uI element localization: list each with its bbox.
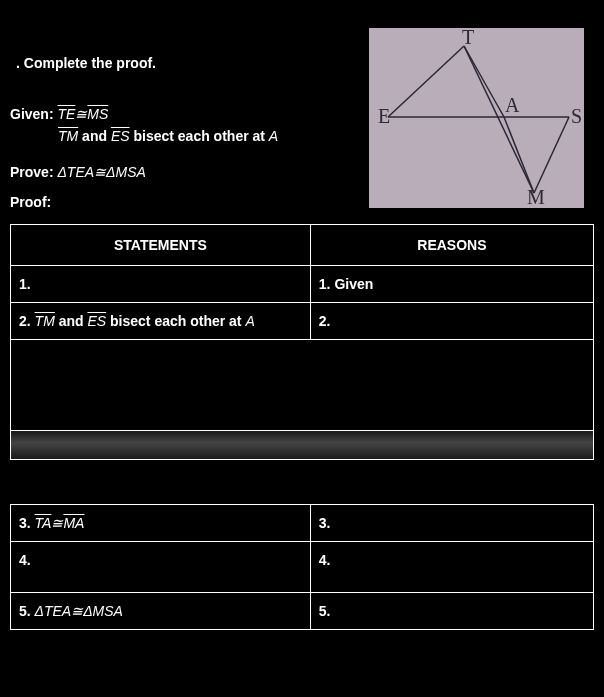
- and-text: and: [78, 128, 111, 144]
- reason-num-1: 1.: [319, 276, 331, 292]
- geometry-diagram: T E A S M: [369, 28, 584, 208]
- reason-num-4: 4.: [319, 552, 331, 568]
- stmt3-ta: TA: [35, 515, 52, 531]
- segment-es: ES: [111, 128, 130, 144]
- vertex-e: E: [378, 105, 390, 127]
- reason-num-5: 5.: [319, 603, 331, 619]
- reason-body-1: Given: [331, 276, 374, 292]
- table-row: 3. TA≅MA 3.: [11, 505, 594, 542]
- stmt-num-2: 2.: [19, 313, 35, 329]
- stmt-num-5: 5.: [19, 603, 35, 619]
- svg-line-1: [388, 46, 464, 117]
- stmt5-sym: ≅: [71, 603, 83, 619]
- page-gap-2: [11, 460, 594, 505]
- congruent-symbol-2: ≅: [94, 164, 106, 180]
- stmt3-ma: MA: [63, 515, 84, 531]
- prove-line: Prove: ΔTEA≅ΔMSA: [10, 164, 369, 180]
- segment-tm: TM: [58, 128, 78, 144]
- triangle-tea: ΔTEA: [57, 164, 94, 180]
- header-reasons: REASONS: [310, 225, 593, 266]
- given-block: Given: TE≅MS TM and ES bisect each other…: [10, 106, 369, 144]
- vertex-m: M: [527, 186, 545, 208]
- stmt2-tm: TM: [35, 313, 55, 329]
- svg-line-4: [534, 117, 569, 193]
- instruction-inner: Complete the proof.: [24, 55, 156, 71]
- stmt2-a: A: [245, 313, 254, 329]
- svg-line-2: [464, 46, 504, 117]
- proof-table: STATEMENTS REASONS 1. 1. Given 2. TM and…: [10, 224, 594, 630]
- reason-num-2: 2.: [319, 313, 331, 329]
- table-row: 2. TM and ES bisect each other at A 2.: [11, 303, 594, 340]
- reason-num-3: 3.: [319, 515, 331, 531]
- segment-te: TE: [57, 106, 75, 122]
- svg-line-5: [464, 46, 534, 193]
- svg-line-3: [504, 117, 534, 193]
- page-gap: [11, 340, 594, 431]
- congruent-symbol: ≅: [75, 106, 87, 122]
- stmt-num-3: 3.: [19, 515, 35, 531]
- prove-label: Prove:: [10, 164, 54, 180]
- bisect-text: bisect each other at: [130, 128, 269, 144]
- stmt-num-1: 1.: [19, 276, 31, 292]
- page-separator: [11, 431, 594, 460]
- stmt2-rest: bisect each other at: [106, 313, 245, 329]
- table-row: 5. ΔTEA≅ΔMSA 5.: [11, 593, 594, 630]
- vertex-a: A: [505, 94, 520, 116]
- stmt2-es: ES: [87, 313, 106, 329]
- stmt5-tri1: ΔTEA: [35, 603, 72, 619]
- vertex-t: T: [462, 28, 474, 48]
- given-label: Given:: [10, 106, 54, 122]
- header-statements: STATEMENTS: [11, 225, 311, 266]
- stmt5-tri2: ΔMSA: [83, 603, 123, 619]
- point-a: A: [269, 128, 278, 144]
- table-row: 4. 4.: [11, 542, 594, 593]
- triangle-msa: ΔMSA: [106, 164, 146, 180]
- stmt2-and: and: [55, 313, 88, 329]
- table-row: 1. 1. Given: [11, 266, 594, 303]
- instruction-text: . Complete the proof.: [16, 55, 369, 71]
- vertex-s: S: [571, 105, 582, 127]
- segment-ms: MS: [87, 106, 108, 122]
- proof-label: Proof:: [10, 194, 369, 210]
- stmt3-sym: ≅: [51, 515, 63, 531]
- stmt-num-4: 4.: [19, 552, 31, 568]
